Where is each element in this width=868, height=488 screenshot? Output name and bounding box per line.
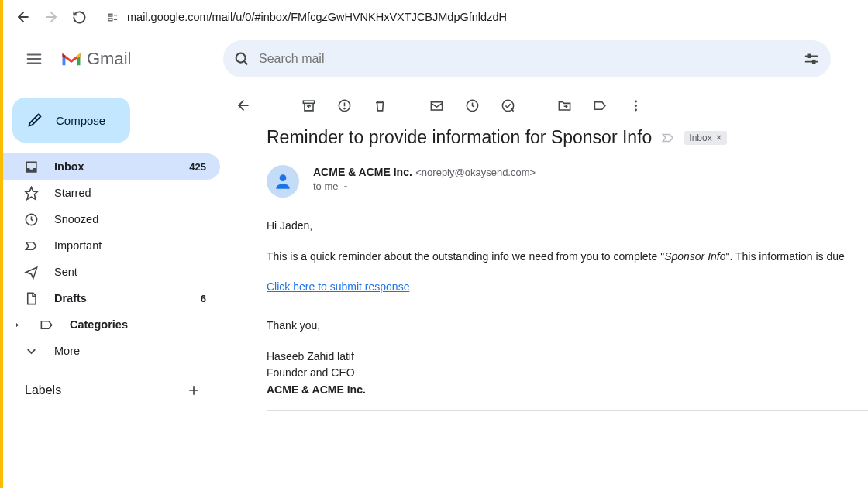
- svg-rect-0: [108, 14, 112, 16]
- sidebar-item-label: Inbox: [54, 160, 174, 173]
- svg-marker-7: [25, 187, 37, 199]
- sidebar-item-label: Categories: [70, 318, 206, 331]
- drafts-icon: [23, 290, 39, 306]
- sidebar-item-label: Snoozed: [54, 213, 206, 225]
- email-body: Hi Jaden, This is a quick reminder about…: [267, 218, 868, 411]
- search-icon[interactable]: [232, 50, 251, 68]
- close-icon[interactable]: [715, 134, 722, 141]
- labels-button[interactable]: [592, 98, 608, 113]
- signature-name: Haseeb Zahid latif: [267, 349, 868, 366]
- back-to-inbox-button[interactable]: [236, 98, 251, 113]
- gmail-logo-icon: [60, 50, 82, 67]
- archive-button[interactable]: [301, 98, 316, 113]
- sidebar-item-count: 6: [201, 293, 206, 304]
- email-subject: Reminder to provide information for Spon…: [267, 127, 652, 148]
- sidebar-item-sent[interactable]: Sent: [3, 259, 220, 285]
- gmail-logo[interactable]: Gmail: [60, 49, 131, 69]
- svg-point-26: [635, 100, 637, 102]
- search-options-button[interactable]: [803, 50, 822, 67]
- pencil-icon: [26, 112, 43, 129]
- labels-heading-row: Labels: [3, 364, 220, 401]
- star-icon: [23, 185, 39, 201]
- more-actions-button[interactable]: [628, 98, 643, 113]
- label-icon: [39, 317, 54, 332]
- sidebar-item-label: More: [54, 345, 206, 357]
- svg-point-31: [280, 174, 287, 181]
- browser-forward-button[interactable]: [42, 8, 60, 26]
- important-icon: [23, 238, 39, 253]
- signature-divider: [267, 410, 868, 411]
- recipient-summary: to me: [313, 180, 339, 192]
- sidebar: Gmail Compose Inbox 425 Starred: [3, 34, 220, 488]
- sender-email: <noreply@okaysend.com>: [415, 167, 536, 178]
- sidebar-item-drafts[interactable]: Drafts 6: [3, 285, 220, 311]
- email-thanks: Thank you,: [267, 318, 868, 335]
- sent-icon: [23, 264, 39, 280]
- browser-back-button[interactable]: [14, 8, 33, 26]
- move-to-button[interactable]: [556, 98, 572, 113]
- site-info-icon[interactable]: [105, 10, 119, 24]
- svg-line-12: [244, 61, 247, 64]
- inbox-label-chip[interactable]: Inbox: [684, 131, 726, 145]
- report-spam-button[interactable]: [336, 98, 352, 113]
- sender-avatar[interactable]: [267, 165, 299, 198]
- sidebar-item-label: Starred: [54, 187, 206, 199]
- snooze-button[interactable]: [464, 98, 480, 113]
- email-paragraph: This is a quick reminder about the outst…: [267, 249, 868, 266]
- search-box[interactable]: [223, 40, 831, 77]
- email-toolbar: [220, 84, 868, 127]
- sidebar-item-label: Drafts: [54, 292, 185, 304]
- svg-rect-17: [303, 101, 314, 103]
- show-details-button[interactable]: [342, 183, 350, 191]
- sidebar-item-count: 425: [189, 161, 206, 173]
- browser-address-bar[interactable]: mail.google.com/mail/u/0/#inbox/FMfcgzGw…: [98, 5, 857, 29]
- chevron-down-icon: [23, 343, 39, 359]
- signature-company: ACME & ACME Inc.: [267, 382, 868, 399]
- sidebar-item-label: Important: [54, 239, 206, 252]
- svg-point-20: [343, 108, 344, 108]
- browser-url-text: mail.google.com/mail/u/0/#inbox/FMfcgzGw…: [127, 11, 507, 23]
- svg-rect-16: [813, 60, 815, 64]
- labels-heading: Labels: [25, 383, 61, 397]
- sidebar-item-important[interactable]: Important: [3, 232, 220, 259]
- svg-rect-1: [108, 18, 112, 20]
- sidebar-item-snoozed[interactable]: Snoozed: [3, 206, 220, 232]
- mark-unread-button[interactable]: [429, 98, 444, 113]
- compose-button[interactable]: Compose: [12, 98, 130, 143]
- sidebar-item-starred[interactable]: Starred: [3, 180, 220, 206]
- browser-reload-button[interactable]: [70, 8, 88, 26]
- gmail-logo-text: Gmail: [87, 49, 131, 69]
- svg-rect-21: [431, 101, 442, 109]
- signature-title: Founder and CEO: [267, 365, 868, 382]
- svg-point-11: [236, 53, 246, 63]
- add-to-tasks-button[interactable]: [500, 98, 515, 113]
- email-greeting: Hi Jaden,: [267, 218, 868, 235]
- sidebar-item-inbox[interactable]: Inbox 425: [3, 153, 220, 180]
- chevron-right-icon: [14, 321, 22, 328]
- search-input[interactable]: [259, 52, 795, 66]
- svg-rect-15: [808, 55, 810, 58]
- important-marker-icon[interactable]: [661, 131, 675, 145]
- add-label-button[interactable]: [183, 380, 205, 401]
- svg-point-28: [635, 108, 637, 111]
- main-panel: Reminder to provide information for Spon…: [220, 34, 868, 488]
- sender-name: ACME & ACME Inc.: [313, 166, 412, 178]
- delete-button[interactable]: [372, 98, 388, 113]
- clock-icon: [23, 211, 39, 227]
- sidebar-item-categories[interactable]: Categories: [3, 311, 220, 338]
- browser-toolbar: mail.google.com/mail/u/0/#inbox/FMfcgzGw…: [3, 0, 868, 34]
- main-menu-button[interactable]: [17, 42, 51, 76]
- svg-point-27: [635, 105, 637, 107]
- sidebar-item-label: Sent: [54, 266, 206, 278]
- inbox-label-text: Inbox: [689, 132, 711, 143]
- submit-response-link[interactable]: Click here to submit response: [267, 280, 409, 293]
- inbox-icon: [23, 159, 39, 174]
- sidebar-item-more[interactable]: More: [3, 338, 220, 364]
- compose-label: Compose: [56, 114, 105, 127]
